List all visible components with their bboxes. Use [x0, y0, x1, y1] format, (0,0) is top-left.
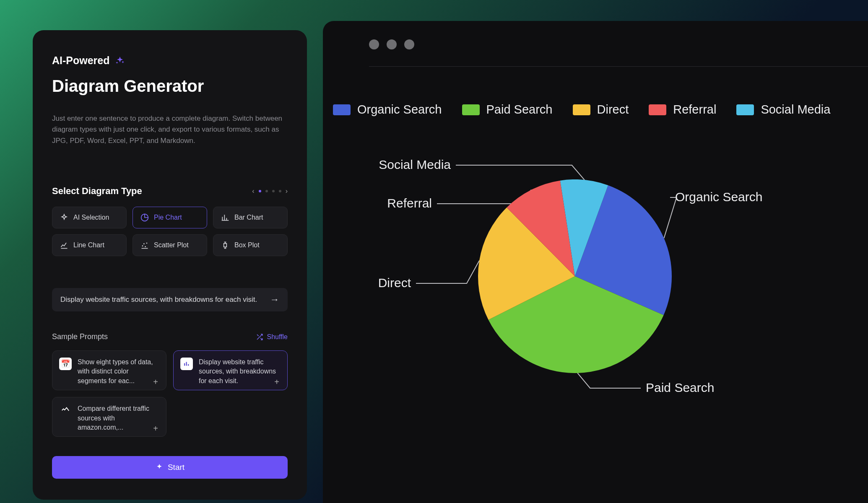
diagram-type-label: Bar Chart [234, 214, 263, 221]
chart-area: Organic SearchPaid SearchDirectReferralS… [323, 146, 868, 414]
legend-item: Organic Search [333, 103, 442, 117]
type-section-header: Select Diagram Type ‹ › [52, 186, 288, 197]
preview-panel: Organic SearchPaid SearchDirectReferralS… [323, 21, 868, 503]
sample-prompt-card[interactable]: Display website traffic sources, with br… [173, 350, 288, 390]
window-dot [404, 39, 414, 49]
window-dot [369, 39, 379, 49]
shuffle-button[interactable]: Shuffle [256, 333, 288, 341]
legend-item: Paid Search [462, 103, 553, 117]
legend-item: Social Media [736, 103, 830, 117]
legend-swatch [736, 104, 754, 115]
add-sample-icon[interactable]: + [151, 424, 160, 433]
pie-wrap [478, 179, 672, 373]
sparkle-icon [115, 56, 125, 66]
legend-swatch [333, 104, 351, 115]
diagram-type-scatter-plot[interactable]: Scatter Plot [133, 234, 207, 256]
pager-next-icon[interactable]: › [286, 187, 288, 195]
window-dot [387, 39, 397, 49]
diagram-type-bar-chart[interactable]: Bar Chart [213, 207, 288, 228]
page-subtitle: Just enter one sentence to produce a com… [52, 113, 287, 146]
shuffle-icon [256, 333, 263, 341]
chart-legend: Organic SearchPaid SearchDirectReferralS… [333, 103, 868, 117]
pie-callout-label: Organic Search [675, 190, 762, 204]
pager-dot[interactable] [279, 190, 281, 192]
start-button[interactable]: Start [52, 456, 288, 479]
pie-callout-label: Social Media [379, 158, 451, 172]
diagram-type-label: Line Chart [73, 241, 104, 249]
legend-item: Direct [573, 103, 629, 117]
chart-type-icon [140, 241, 149, 249]
callout-lead [416, 261, 479, 283]
badge-row: AI-Powered [52, 54, 288, 67]
diagram-type-label: AI Selection [73, 214, 109, 221]
divider [369, 66, 868, 67]
diagram-type-box-plot[interactable]: Box Plot [213, 234, 288, 256]
sample-prompt-card[interactable]: 📅Show eight types of data, with distinct… [52, 350, 166, 390]
legend-swatch [462, 104, 480, 115]
pie-chart [478, 179, 672, 373]
sample-icon [180, 358, 193, 370]
svg-rect-5 [184, 363, 185, 366]
select-type-label: Select Diagram Type [52, 186, 142, 197]
samples-label: Sample Prompts [52, 332, 108, 341]
legend-label: Organic Search [357, 103, 442, 117]
start-label: Start [168, 463, 185, 472]
add-sample-icon[interactable]: + [151, 377, 160, 386]
chart-type-icon [60, 213, 68, 222]
pie-callout-label: Paid Search [646, 381, 714, 395]
diagram-type-ai-selection[interactable]: AI Selection [52, 207, 127, 228]
diagram-type-label: Scatter Plot [154, 241, 189, 249]
window-traffic-lights [323, 21, 868, 49]
sparkle-icon [155, 463, 164, 472]
sample-text: Display website traffic sources, with br… [199, 358, 281, 386]
page-title: Diagram Generator [52, 77, 288, 96]
diagram-type-line-chart[interactable]: Line Chart [52, 234, 127, 256]
legend-swatch [649, 104, 666, 115]
add-sample-icon[interactable]: + [272, 377, 281, 386]
svg-point-3 [146, 243, 148, 244]
chart-type-icon [140, 213, 149, 222]
samples-header: Sample Prompts Shuffle [52, 332, 288, 341]
sample-text: Show eight types of data, with distinct … [78, 358, 159, 386]
svg-point-2 [145, 246, 146, 247]
svg-point-1 [143, 243, 145, 244]
sample-prompts-grid: 📅Show eight types of data, with distinct… [52, 350, 288, 437]
pie-callout-label: Referral [387, 196, 432, 210]
diagram-type-grid: AI SelectionPie ChartBar ChartLine Chart… [52, 207, 288, 256]
type-pager: ‹ › [252, 187, 288, 195]
callout-lead [577, 373, 641, 388]
prompt-input-container: → [52, 288, 288, 311]
pie-callout-label: Direct [378, 276, 411, 290]
svg-rect-6 [186, 362, 187, 366]
sample-prompt-card[interactable]: Compare different traffic sources with a… [52, 397, 166, 437]
chart-type-icon [221, 213, 229, 222]
badge-label: AI-Powered [52, 54, 110, 67]
legend-label: Referral [673, 103, 716, 117]
diagram-type-label: Box Plot [234, 241, 260, 249]
pager-dot[interactable] [259, 190, 261, 192]
pager-dot[interactable] [265, 190, 268, 192]
sample-icon: 📅 [59, 358, 72, 370]
chart-type-icon [221, 241, 229, 249]
svg-point-0 [142, 245, 143, 246]
svg-rect-7 [188, 364, 189, 366]
legend-item: Referral [649, 103, 716, 117]
sample-icon [59, 404, 72, 417]
callout-lead [456, 165, 585, 180]
legend-swatch [573, 104, 590, 115]
prompt-input[interactable] [60, 296, 264, 304]
diagram-type-label: Pie Chart [154, 214, 182, 221]
pager-dot[interactable] [272, 190, 275, 192]
shuffle-label: Shuffle [267, 333, 288, 341]
diagram-type-pie-chart[interactable]: Pie Chart [133, 207, 207, 228]
svg-rect-4 [224, 244, 227, 247]
sample-text: Compare different traffic sources with a… [78, 404, 159, 432]
pager-prev-icon[interactable]: ‹ [252, 187, 254, 195]
submit-arrow-icon[interactable]: → [270, 294, 279, 305]
chart-type-icon [60, 241, 68, 249]
legend-label: Social Media [761, 103, 830, 117]
legend-label: Direct [597, 103, 629, 117]
generator-panel: AI-Powered Diagram Generator Just enter … [33, 30, 307, 500]
legend-label: Paid Search [486, 103, 553, 117]
